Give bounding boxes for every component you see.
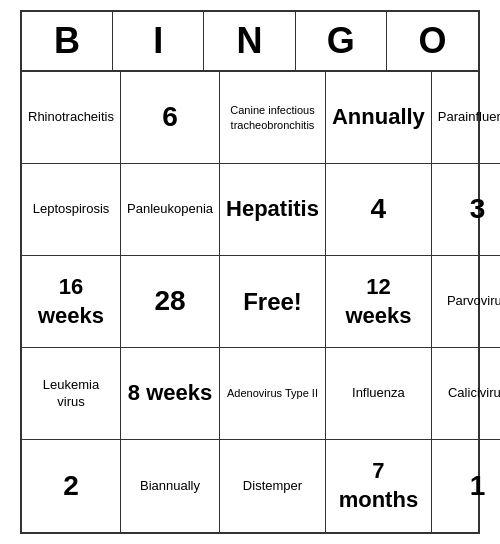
bingo-cell: 1 <box>432 440 500 532</box>
bingo-cell: 8 weeks <box>121 348 220 440</box>
header-letter: G <box>296 12 387 70</box>
bingo-cell: 7 months <box>326 440 432 532</box>
bingo-cell: 2 <box>22 440 121 532</box>
bingo-grid: Rhinotracheitis6Canine infectious trache… <box>22 72 478 532</box>
bingo-cell: Distemper <box>220 440 326 532</box>
bingo-cell: Canine infectious tracheobronchitis <box>220 72 326 164</box>
bingo-cell: 12 weeks <box>326 256 432 348</box>
header-letter: O <box>387 12 478 70</box>
bingo-cell: Calicivirus <box>432 348 500 440</box>
bingo-cell: 16 weeks <box>22 256 121 348</box>
bingo-cell: Parvovirus <box>432 256 500 348</box>
bingo-cell: Leptospirosis <box>22 164 121 256</box>
bingo-cell: 28 <box>121 256 220 348</box>
bingo-cell: 4 <box>326 164 432 256</box>
bingo-header: BINGO <box>22 12 478 72</box>
header-letter: B <box>22 12 113 70</box>
bingo-cell: Free! <box>220 256 326 348</box>
header-letter: N <box>204 12 295 70</box>
bingo-cell: Panleukopenia <box>121 164 220 256</box>
bingo-cell: Parainfluenza <box>432 72 500 164</box>
bingo-cell: Leukemia virus <box>22 348 121 440</box>
bingo-cell: 3 <box>432 164 500 256</box>
bingo-cell: 6 <box>121 72 220 164</box>
bingo-cell: Rhinotracheitis <box>22 72 121 164</box>
header-letter: I <box>113 12 204 70</box>
bingo-card: BINGO Rhinotracheitis6Canine infectious … <box>20 10 480 534</box>
bingo-cell: Influenza <box>326 348 432 440</box>
bingo-cell: Biannually <box>121 440 220 532</box>
bingo-cell: Annually <box>326 72 432 164</box>
bingo-cell: Adenovirus Type II <box>220 348 326 440</box>
bingo-cell: Hepatitis <box>220 164 326 256</box>
